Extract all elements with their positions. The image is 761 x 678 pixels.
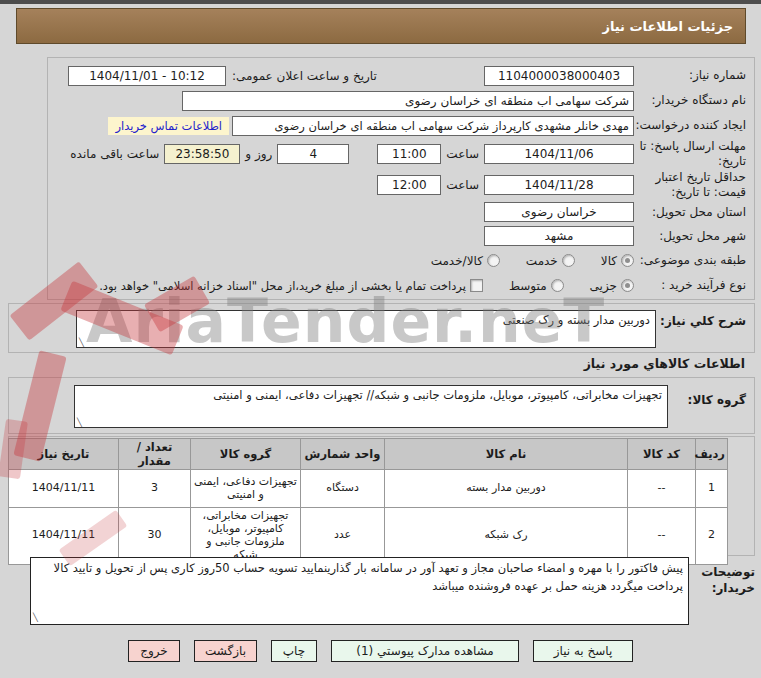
- col-count-unit: واحد شمارش: [301, 439, 385, 470]
- items-table-header-row: ردیف کد کالا نام کالا واحد شمارش گروه کا…: [9, 439, 728, 470]
- cell-count-unit: دستگاه: [301, 470, 385, 508]
- subject-category-label: طبقه بندی موضوعی:: [634, 253, 746, 268]
- view-attachments-button[interactable]: مشاهده مدارک پیوستي (1): [331, 640, 519, 662]
- goods-group-label: گروه کالا:: [668, 385, 746, 407]
- col-row-number: ردیف: [696, 439, 728, 470]
- general-description-panel: شرح کلي نیاز: دوربین مدار بسته و رک صنعت…: [8, 303, 755, 353]
- cell-item-code: --: [628, 470, 696, 508]
- deadline-hour-label: ساعت: [446, 147, 479, 161]
- need-info-panel: شماره نیاز: 1104000038000403 تاریخ و ساع…: [47, 57, 755, 300]
- process-minor-option-label: جزیی: [590, 279, 617, 293]
- table-row: 1 -- دوربین مدار بسته دستگاه تجهیزات دفا…: [9, 470, 728, 508]
- required-items-heading: اطلاعات کالاهاي مورد نیاز: [584, 356, 745, 371]
- cell-quantity: 30: [119, 508, 191, 565]
- window-top-edge: [0, 0, 761, 4]
- general-description-label: شرح کلي نیاز:: [656, 310, 746, 328]
- treasury-payment-checkbox-label: پرداخت تمام یا بخشی از مبلغ خرید،از محل …: [99, 279, 466, 293]
- cell-item-name: رک شبکه: [385, 508, 628, 565]
- general-description-textarea[interactable]: دوربین مدار بسته و رک صنعتی: [76, 310, 656, 348]
- row-purchase-process: نوع فرآیند خرید : جزیی متوسط پرداخت تمام…: [48, 273, 754, 298]
- cell-row-number: 1: [696, 470, 728, 508]
- exit-button[interactable]: خروج: [128, 640, 180, 662]
- process-medium-radio-icon[interactable]: [551, 279, 564, 292]
- request-creator-label: ایجاد کننده درخواست:: [634, 118, 746, 133]
- cell-quantity: 3: [119, 470, 191, 508]
- deadline-hour-field[interactable]: 11:00: [377, 144, 441, 164]
- page-title: جزئیات اطلاعات نیاز: [602, 19, 733, 34]
- category-goods-radio-icon[interactable]: [621, 254, 634, 267]
- category-service-option-label: خدمت: [526, 254, 558, 268]
- buyer-name-field[interactable]: شرکت سهامی اب منطقه ای خراسان رضوی: [182, 91, 634, 111]
- remaining-days-field[interactable]: 4: [277, 144, 349, 164]
- respond-to-need-button[interactable]: پاسخ به نیاز: [533, 640, 633, 662]
- response-deadline-label: مهلت ارسال پاسخ: تا تاریخ:: [634, 139, 746, 169]
- row-buyer-name: نام دستگاه خریدار: شرکت سهامی اب منطقه ا…: [48, 88, 754, 113]
- category-service-radio-icon[interactable]: [562, 254, 575, 267]
- row-request-creator: ایجاد کننده درخواست: مهدی خانلر مشهدی کا…: [48, 113, 754, 138]
- days-separator-label: روز و: [245, 147, 272, 161]
- buyer-name-label: نام دستگاه خریدار:: [634, 93, 746, 108]
- price-validity-label: حداقل تاریخ اعتبار قیمت: تا تاریخ:: [634, 170, 746, 200]
- process-minor-radio-icon[interactable]: [621, 279, 634, 292]
- treasury-payment-checkbox-icon[interactable]: [470, 279, 483, 292]
- delivery-city-label: شهر محل تحویل:: [634, 229, 746, 244]
- goods-group-panel: گروه کالا: تجهیزات مخابراتی، کامپیوتر، م…: [8, 377, 755, 434]
- remaining-suffix-label: ساعت باقی مانده: [70, 147, 159, 161]
- validity-date-field[interactable]: 1404/11/28: [484, 175, 634, 195]
- goods-group-textarea[interactable]: تجهیزات مخابراتی، کامپیوتر، موبایل، ملزو…: [74, 385, 668, 428]
- row-price-validity: حداقل تاریخ اعتبار قیمت: تا تاریخ: 1404/…: [48, 170, 754, 200]
- remaining-time-field[interactable]: 23:58:50: [164, 144, 240, 164]
- buyer-notes-section: توضیحات خریدار: پیش فاکتور را با مهره و …: [8, 557, 755, 625]
- buyer-notes-textarea[interactable]: پیش فاکتور را با مهره و امضاء صاحبان مجا…: [30, 557, 689, 625]
- request-creator-field[interactable]: مهدی خانلر مشهدی کارپرداز شرکت سهامی اب …: [232, 116, 634, 136]
- col-quantity: تعداد / مقدار: [119, 439, 191, 470]
- process-medium-option-label: متوسط: [509, 279, 547, 293]
- row-delivery-city: شهر محل تحویل: مشهد: [48, 224, 754, 248]
- cell-row-number: 2: [696, 508, 728, 565]
- validity-hour-label: ساعت: [446, 178, 479, 192]
- action-buttons-bar: پاسخ به نیاز مشاهده مدارک پیوستي (1) چاپ…: [0, 640, 761, 662]
- cell-item-group: تجهیزات دفاعی، ایمنی و امنیتی: [191, 470, 301, 508]
- delivery-province-label: استان محل تحویل:: [634, 205, 746, 220]
- delivery-province-field[interactable]: خراسان رضوی: [484, 202, 634, 222]
- cell-item-code: --: [628, 508, 696, 565]
- col-need-date: تاریخ نیاز: [9, 439, 119, 470]
- print-button[interactable]: چاپ: [271, 640, 317, 662]
- cell-item-name: دوربین مدار بسته: [385, 470, 628, 508]
- table-row: 2 -- رک شبکه عدد تجهیزات مخابراتی، کامپی…: [9, 508, 728, 565]
- need-number-field[interactable]: 1104000038000403: [484, 66, 634, 86]
- row-subject-category: طبقه بندی موضوعی: کالا خدمت کالا/خدمت: [48, 248, 754, 273]
- cell-count-unit: عدد: [301, 508, 385, 565]
- announce-datetime-label: تاریخ و ساعت اعلان عمومی:: [232, 69, 377, 83]
- items-table: ردیف کد کالا نام کالا واحد شمارش گروه کا…: [8, 438, 728, 565]
- cell-need-date: 1404/11/11: [9, 508, 119, 565]
- purchase-process-label: نوع فرآیند خرید :: [634, 278, 746, 293]
- need-details-page: { "header": { "title": "جزئیات اطلاعات ن…: [0, 0, 761, 678]
- delivery-city-field[interactable]: مشهد: [484, 226, 634, 246]
- col-item-name: نام کالا: [385, 439, 628, 470]
- back-button[interactable]: بازگشت: [194, 640, 257, 662]
- page-title-bar: جزئیات اطلاعات نیاز: [16, 8, 746, 44]
- need-number-label: شماره نیاز:: [634, 68, 746, 83]
- category-goods-service-option-label: کالا/خدمت: [431, 254, 483, 268]
- cell-need-date: 1404/11/11: [9, 470, 119, 508]
- row-response-deadline: مهلت ارسال پاسخ: تا تاریخ: 1404/11/06 سا…: [48, 138, 754, 170]
- buyer-contact-link[interactable]: اطلاعات تماس خریدار: [108, 117, 229, 135]
- buyer-notes-label: توضیحات خریدار:: [689, 557, 755, 596]
- items-table-panel: ردیف کد کالا نام کالا واحد شمارش گروه کا…: [8, 436, 755, 556]
- col-item-group: گروه کالا: [191, 439, 301, 470]
- row-need-number: شماره نیاز: 1104000038000403 تاریخ و ساع…: [48, 63, 754, 88]
- validity-hour-field[interactable]: 12:00: [377, 175, 441, 195]
- category-goods-option-label: کالا: [601, 254, 617, 268]
- col-item-code: کد کالا: [628, 439, 696, 470]
- category-goods-service-radio-icon[interactable]: [487, 254, 500, 267]
- announce-datetime-field[interactable]: 1404/11/01 - 10:12: [68, 66, 226, 86]
- row-delivery-province: استان محل تحویل: خراسان رضوی: [48, 200, 754, 224]
- cell-item-group: تجهیزات مخابراتی، کامپیوتر، موبایل، ملزو…: [191, 508, 301, 565]
- deadline-date-field[interactable]: 1404/11/06: [484, 144, 634, 164]
